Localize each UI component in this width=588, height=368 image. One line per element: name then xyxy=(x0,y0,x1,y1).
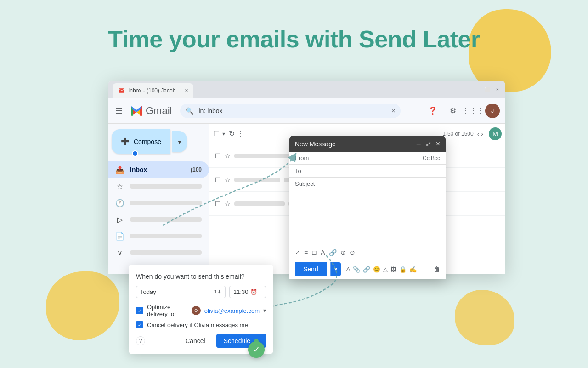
compose-body[interactable] xyxy=(289,190,446,246)
more-options-btn[interactable]: ⋮ xyxy=(237,129,244,138)
email-checkbox[interactable]: ☐ xyxy=(215,200,221,207)
email-checkbox[interactable]: ☐ xyxy=(215,176,221,184)
decorative-blob-bottom-left xyxy=(46,271,119,340)
maximize-compose-btn[interactable]: ⤢ xyxy=(425,139,431,148)
browser-tab[interactable]: Inbox - (100) Jacob... × xyxy=(113,83,193,98)
decorative-blob-bottom-right xyxy=(455,290,514,345)
from-label: From xyxy=(295,155,316,161)
sidebar-item-sent[interactable]: ▷ xyxy=(108,211,209,228)
new-message-title: New Message xyxy=(295,140,336,148)
compose-row: ✚ Compose ▼ xyxy=(112,129,205,154)
count-label: 1-50 of 1500 xyxy=(442,131,473,137)
gmail-sidebar: ✚ Compose ▼ 📥 Inbox (100 ☆ xyxy=(108,124,209,274)
send-options-btn[interactable]: ▾ xyxy=(330,262,341,276)
browser-chrome: Inbox - (100) Jacob... × – ⬜ × xyxy=(108,80,505,98)
send-button[interactable]: Send xyxy=(295,262,327,276)
settings-btn[interactable]: ⚙ xyxy=(445,103,461,119)
cancel-delivery-checkbox[interactable]: ✓ xyxy=(136,321,143,328)
emoji-footer-icon[interactable]: 😊 xyxy=(373,266,380,273)
apps-btn[interactable]: ⋮⋮⋮ xyxy=(465,103,481,119)
photo-icon[interactable]: 🖼 xyxy=(390,266,396,273)
compose-button[interactable]: ✚ Compose xyxy=(112,129,170,154)
hamburger-menu-btn[interactable]: ☰ xyxy=(113,104,124,118)
date-spinner-icon: ⬆⬇ xyxy=(213,289,221,295)
gmail-wordmark: Gmail xyxy=(146,105,172,117)
email-star-btn[interactable]: ☆ xyxy=(225,176,231,184)
help-icon-btn[interactable]: ? xyxy=(136,336,145,345)
subject-field-row[interactable]: Subject xyxy=(289,178,446,190)
tab-title: Inbox - (100) Jacob... xyxy=(128,87,180,94)
avatar[interactable]: J xyxy=(485,104,500,118)
emoji-icon[interactable]: ⊕ xyxy=(340,249,346,256)
sidebar-item-drafts[interactable]: 📄 xyxy=(108,228,209,244)
contact-dropdown-btn[interactable]: ▾ xyxy=(263,307,266,314)
maximize-window-btn[interactable]: ⬜ xyxy=(484,86,491,92)
cancel-delivery-label: Cancel delivery if Olivia messages me xyxy=(147,322,248,328)
attach-icon[interactable]: 📎 xyxy=(353,266,360,273)
hero-title: Time your emails with Send Later xyxy=(0,25,588,53)
prev-page-btn[interactable]: ‹ xyxy=(477,130,480,138)
drive-icon[interactable]: △ xyxy=(383,266,388,273)
email-star-btn[interactable]: ☆ xyxy=(225,200,231,207)
cc-bcc-btn[interactable]: Cc Bcc xyxy=(423,155,440,161)
format-icon[interactable]: ✓ xyxy=(295,249,300,256)
optimize-delivery-checkbox[interactable]: ✓ xyxy=(136,307,143,314)
more-icon: ∨ xyxy=(115,248,124,257)
cancel-schedule-btn[interactable]: Cancel xyxy=(178,334,213,348)
schedule-popup: When do you want to send this email? Tod… xyxy=(129,264,273,354)
sent-placeholder xyxy=(130,217,202,222)
sidebar-item-inbox[interactable]: 📥 Inbox (100 xyxy=(108,161,209,178)
lock-icon[interactable]: 🔒 xyxy=(399,266,407,273)
bold-icon[interactable]: A xyxy=(321,249,325,256)
signature-icon[interactable]: ✍ xyxy=(409,266,417,273)
search-clear-btn[interactable]: × xyxy=(391,107,395,115)
email-star-btn[interactable]: ☆ xyxy=(225,152,231,160)
gmail-logo: Gmail xyxy=(129,104,172,118)
help-btn[interactable]: ❓ xyxy=(424,103,441,119)
list-icon[interactable]: ≡ xyxy=(304,249,308,256)
success-checkmark: ✓ xyxy=(248,341,265,358)
to-label: To xyxy=(295,167,316,174)
refresh-btn[interactable]: ↻ xyxy=(229,129,235,138)
date-select[interactable]: Today ⬆⬇ xyxy=(136,286,226,298)
compose-dropdown-btn[interactable]: ▼ xyxy=(172,131,187,152)
minimize-compose-btn[interactable]: – xyxy=(417,140,421,148)
formatting-icon[interactable]: A xyxy=(346,266,351,273)
sidebar-item-snoozed[interactable]: 🕐 xyxy=(108,195,209,211)
drafts-icon: 📄 xyxy=(115,232,124,241)
contact-email: olivia@example.com xyxy=(204,307,260,314)
gmail-extension-icon[interactable]: M xyxy=(489,127,502,140)
next-page-btn[interactable]: › xyxy=(481,130,483,138)
compose-plus-icon: ✚ xyxy=(121,136,129,148)
time-input[interactable]: 11:30 ⏰ xyxy=(229,286,266,298)
clock-icon: ⏰ xyxy=(250,289,257,295)
chevron-down-icon: ▼ xyxy=(177,139,182,145)
link-footer-icon[interactable]: 🔗 xyxy=(363,266,370,273)
to-field-row[interactable]: To xyxy=(289,165,446,178)
sidebar-item-starred[interactable]: ☆ xyxy=(108,178,209,195)
gmail-favicon xyxy=(118,87,125,94)
sidebar-item-more[interactable]: ∨ xyxy=(108,244,209,261)
search-input[interactable] xyxy=(180,104,401,118)
gmail-search-bar[interactable]: 🔍 × xyxy=(180,104,401,118)
indent-icon[interactable]: ⊟ xyxy=(311,249,317,256)
starred-placeholder xyxy=(130,184,202,189)
email-checkbox[interactable]: ☐ xyxy=(215,152,221,160)
discard-btn[interactable]: 🗑 xyxy=(434,265,440,273)
schedule-datetime-row: Today ⬆⬇ 11:30 ⏰ xyxy=(136,286,266,298)
more-toolbar-btn[interactable]: ⊙ xyxy=(350,249,355,256)
drafts-placeholder xyxy=(130,234,202,238)
sidebar-inbox-label: Inbox xyxy=(130,166,185,173)
compose-label: Compose xyxy=(134,138,161,145)
browser-controls: – ⬜ × xyxy=(474,86,501,92)
select-all-checkbox[interactable]: ☐ xyxy=(213,129,220,138)
new-message-controls: – ⤢ × xyxy=(417,139,440,148)
close-window-btn[interactable]: × xyxy=(494,86,501,92)
tab-close-btn[interactable]: × xyxy=(185,87,188,94)
minimize-window-btn[interactable]: – xyxy=(474,86,481,92)
subject-label: Subject xyxy=(295,180,316,187)
link-icon[interactable]: 🔗 xyxy=(329,249,337,256)
select-dropdown-btn[interactable]: ▾ xyxy=(222,131,225,137)
close-compose-btn[interactable]: × xyxy=(436,140,440,148)
snoozed-placeholder xyxy=(130,201,202,205)
